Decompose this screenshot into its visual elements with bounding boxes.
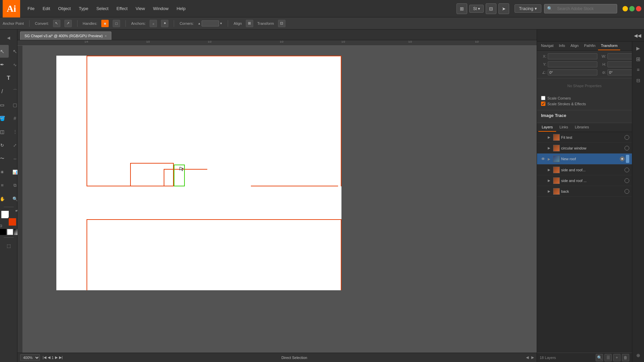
layers-menu-btn[interactable]: ☰	[604, 354, 612, 361]
anchors-btn1[interactable]: ⬦	[150, 20, 157, 27]
corners-spin-down[interactable]: ▼	[220, 22, 223, 25]
layer-expand-side-roof-2[interactable]: ▶	[546, 178, 552, 183]
next-page-btn[interactable]: ▶	[55, 355, 58, 360]
pen-tool[interactable]: ✒	[0, 58, 9, 71]
layer-visibility-circular-window[interactable]	[540, 145, 546, 152]
minimize-button[interactable]	[623, 6, 628, 11]
first-page-btn[interactable]: |◀	[43, 355, 46, 360]
angle-select[interactable]: 0°	[548, 69, 597, 75]
layer-visibility-back[interactable]	[540, 188, 546, 195]
canvas-tab-main[interactable]: SG Chapel v3.ai* @ 400% (RGB/GPU Preview…	[20, 32, 111, 40]
panel-collapse-btn[interactable]: ◀◀	[634, 33, 641, 38]
layer-target-circular-window[interactable]	[625, 146, 629, 150]
convert-btn1[interactable]: ↖	[53, 20, 60, 27]
close-button[interactable]	[636, 6, 641, 11]
connect-icon[interactable]: ⊕	[634, 351, 643, 360]
layer-expand-circular-window[interactable]: ▶	[546, 145, 552, 151]
transform-icon[interactable]: ⊡	[278, 20, 285, 27]
color-swatch-black[interactable]	[0, 229, 6, 235]
search-input[interactable]	[554, 5, 614, 12]
layer-target-side-roof-1[interactable]	[625, 168, 629, 172]
layer-expand-back[interactable]: ▶	[546, 189, 552, 194]
layers-tab-links[interactable]: Links	[556, 123, 572, 132]
zoom-control[interactable]: 400% 400%	[20, 354, 40, 361]
menu-help[interactable]: Help	[173, 4, 189, 13]
tab-pathfinder[interactable]: Pathfin	[581, 42, 598, 50]
menu-type[interactable]: Type	[75, 4, 92, 13]
type-tool[interactable]: T	[2, 72, 15, 84]
paint-bucket-tool[interactable]: 🪣	[0, 112, 9, 125]
workspace-label[interactable]: St ▾	[469, 5, 484, 13]
tab-navigate[interactable]: Navigat	[538, 42, 556, 50]
gradient-tool[interactable]: ◫	[0, 125, 9, 138]
layer-expand-new-roof[interactable]: ▶	[546, 156, 552, 162]
zoom-select[interactable]: 400%	[20, 354, 40, 361]
scale-strokes-checkbox[interactable]	[541, 102, 545, 106]
layer-expand-fit-test[interactable]: ▶	[546, 135, 552, 140]
symbol-sprayer-tool[interactable]: ✳	[0, 166, 9, 178]
collapse-toolbar-btn[interactable]: ◀	[2, 32, 15, 44]
tab-close-btn[interactable]: ×	[105, 34, 107, 38]
reset-colors-icon[interactable]: ⊡	[0, 224, 2, 228]
tab-info[interactable]: Info	[556, 42, 568, 50]
properties-icon[interactable]: ⊞	[634, 54, 643, 64]
layer-item-new-roof[interactable]: 👁 ▶ New roof	[537, 154, 632, 165]
scroll-right-btn[interactable]: ▶	[531, 355, 534, 360]
layers-tab-layers[interactable]: Layers	[538, 123, 556, 132]
menu-edit[interactable]: Edit	[39, 4, 53, 13]
align-label[interactable]: Align	[233, 21, 241, 25]
layer-visibility-fit-test[interactable]	[540, 134, 546, 141]
menu-file[interactable]: File	[24, 4, 38, 13]
grid-icon[interactable]: ⊟	[486, 3, 496, 14]
corners-spin-up[interactable]: ▲	[198, 22, 201, 25]
maximize-button[interactable]	[629, 6, 635, 11]
convert-btn2[interactable]: ↗	[64, 20, 72, 27]
rectangle-tool[interactable]: ▭	[0, 99, 9, 111]
y-input[interactable]: 2.625 in	[548, 61, 597, 67]
layers-icon[interactable]: ≡	[634, 65, 643, 74]
layer-visibility-side-roof-2[interactable]	[540, 177, 546, 184]
prev-page-btn[interactable]: ◀	[48, 355, 50, 360]
rotate-tool[interactable]: ↻	[0, 139, 9, 152]
menu-object[interactable]: Object	[55, 4, 74, 13]
slice-tool[interactable]: ⌗	[0, 179, 9, 192]
layer-target-fit-test[interactable]	[625, 135, 629, 140]
h-input[interactable]: 5 in	[607, 61, 632, 67]
tracing-dropdown[interactable]: Tracing ▾	[515, 4, 541, 13]
arrow-icon[interactable]: ➤	[498, 3, 509, 14]
tab-align[interactable]: Align	[568, 42, 581, 50]
line-segment-tool[interactable]: /	[0, 85, 9, 98]
last-page-btn[interactable]: ▶|	[59, 355, 63, 360]
layer-target-new-roof[interactable]	[620, 157, 625, 161]
layer-item-side-roof-1[interactable]: ▶ side and roof...	[537, 165, 632, 175]
libraries-icon[interactable]: ⊟	[634, 76, 643, 85]
hand-tool[interactable]: ✋	[0, 192, 9, 205]
scale-corners-checkbox[interactable]	[541, 96, 545, 100]
layers-tab-libraries[interactable]: Libraries	[572, 123, 592, 132]
layer-target-side-roof-2[interactable]	[625, 178, 629, 183]
menu-view[interactable]: View	[132, 4, 148, 13]
layer-item-side-roof-2[interactable]: ▶ side and roof ...	[537, 175, 632, 186]
menu-window[interactable]: Window	[150, 4, 172, 13]
shear-select[interactable]: 0°	[607, 69, 632, 75]
align-icon[interactable]: ⊞	[246, 20, 253, 27]
transform-label[interactable]: Transform	[257, 21, 274, 25]
tab-transform[interactable]: Transform	[598, 42, 620, 50]
search-layers-btn[interactable]: 🔍	[596, 354, 603, 361]
x-input[interactable]: 5.375 in	[548, 53, 597, 59]
anchors-btn2[interactable]: ✦	[161, 20, 168, 27]
grid-switcher-icon[interactable]: ⊞	[457, 3, 467, 14]
corners-input[interactable]: 0 in	[202, 20, 219, 26]
menu-select[interactable]: Select	[93, 4, 112, 13]
color-swatch-white[interactable]	[7, 229, 13, 235]
make-sublayer-btn[interactable]: +	[613, 354, 621, 361]
stroke-swatch[interactable]	[8, 218, 17, 226]
layer-target-back[interactable]	[625, 189, 629, 194]
layer-visibility-new-roof[interactable]: 👁	[540, 156, 546, 162]
canvas-viewport[interactable]	[23, 46, 537, 351]
layer-item-fit-test[interactable]: ▶ Fit test	[537, 132, 632, 143]
w-input[interactable]: 10.25 in	[607, 53, 632, 59]
layer-visibility-side-roof-1[interactable]	[540, 167, 546, 173]
layer-expand-side-roof-1[interactable]: ▶	[546, 167, 552, 173]
delete-layer-btn[interactable]: 🗑	[622, 354, 629, 361]
